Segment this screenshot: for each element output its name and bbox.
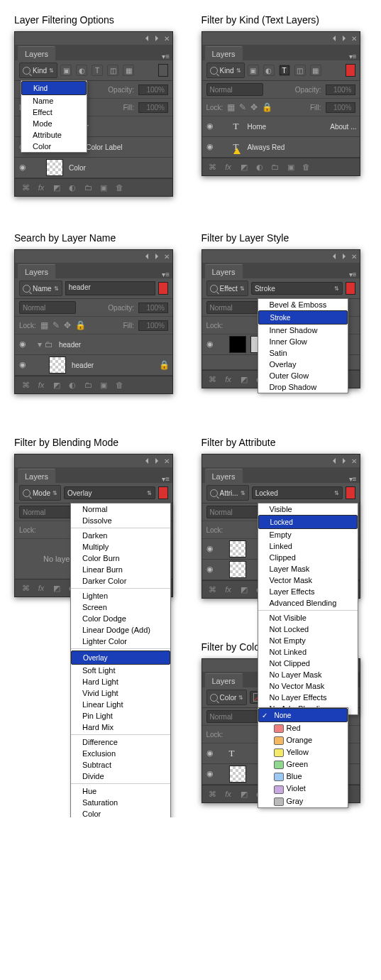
lock-move-icon[interactable]: ✥ — [64, 320, 71, 330]
filter-type-select[interactable]: Effect⇅ — [206, 281, 248, 296]
link-icon[interactable]: ⌘ — [208, 789, 218, 799]
kind-smart-icon[interactable]: ▦ — [310, 65, 321, 76]
fx-icon[interactable]: fx — [223, 789, 233, 799]
effect-dropdown[interactable]: Bevel & Emboss Stroke Inner Shadow Inner… — [258, 298, 348, 393]
dd-item[interactable]: Multiply — [71, 541, 170, 552]
visibility-icon[interactable]: ◉ — [205, 565, 215, 575]
collapse-right-icon[interactable] — [343, 254, 346, 259]
dd-item[interactable]: Linear Light — [71, 699, 170, 710]
dd-item[interactable]: Gray — [258, 795, 348, 807]
adjust-icon[interactable]: ◐ — [67, 183, 77, 192]
dd-item[interactable]: Not Visible — [258, 612, 358, 624]
lock-trans-icon[interactable]: ▦ — [40, 320, 48, 330]
kind-smart-icon[interactable]: ▦ — [123, 65, 134, 76]
lock-paint-icon[interactable]: ✎ — [239, 102, 246, 112]
kind-adjust-icon[interactable]: ◐ — [76, 65, 87, 76]
dd-item[interactable]: Visible — [258, 503, 358, 515]
dd-item[interactable]: Linked — [258, 540, 358, 552]
dd-item[interactable]: Not Clipped — [258, 658, 358, 669]
lock-trans-icon[interactable]: ▦ — [227, 102, 235, 112]
visibility-icon[interactable]: ◉ — [18, 163, 28, 173]
dd-item[interactable]: Subtract — [71, 759, 170, 771]
close-icon[interactable]: ✕ — [164, 35, 170, 43]
filter-type-select[interactable]: Attri...⇅ — [206, 485, 249, 501]
dd-item[interactable]: Darken — [71, 530, 170, 541]
visibility-icon[interactable]: ◉ — [18, 360, 28, 370]
kind-shape-icon[interactable]: ◫ — [107, 65, 118, 76]
dd-item[interactable]: Color — [21, 141, 87, 152]
dd-item[interactable]: Lighter Color — [71, 636, 170, 647]
collapse-left-icon[interactable] — [333, 458, 336, 464]
dd-item[interactable]: Vector Mask — [258, 575, 358, 586]
dd-item[interactable]: Pin Light — [71, 710, 170, 722]
dd-item[interactable]: No Vector Mask — [258, 680, 358, 692]
dd-item[interactable]: Attribute — [21, 129, 87, 141]
layer-row[interactable]: ◉header🔒 — [15, 355, 172, 376]
collapse-left-icon[interactable] — [333, 36, 336, 41]
mask-icon[interactable]: ◩ — [52, 380, 62, 390]
lock-move-icon[interactable]: ✥ — [250, 102, 258, 112]
filter-toggle[interactable] — [158, 486, 168, 499]
dd-item[interactable]: Normal — [71, 503, 170, 515]
blend-select[interactable]: Normal — [206, 506, 263, 518]
dd-item[interactable]: Lighten — [71, 590, 170, 601]
mask-icon[interactable]: ◩ — [239, 374, 249, 384]
collapse-left-icon[interactable] — [145, 458, 148, 464]
new-icon[interactable]: ▣ — [99, 183, 109, 192]
kind-type-icon[interactable]: T — [279, 65, 290, 76]
dd-item[interactable]: Hard Mix — [71, 722, 170, 733]
dd-item[interactable]: Darker Color — [71, 575, 170, 587]
dd-item[interactable]: Layer Effects — [258, 586, 358, 597]
dd-item[interactable]: Color — [71, 808, 170, 817]
mask-icon[interactable]: ◩ — [239, 162, 249, 172]
fx-icon[interactable]: fx — [223, 584, 233, 594]
dd-item[interactable]: Exclusion — [71, 748, 170, 759]
dd-item[interactable]: Vivid Light — [71, 687, 170, 699]
dd-item[interactable]: Kind — [21, 81, 87, 95]
group-icon[interactable]: 🗀 — [270, 162, 280, 172]
dd-item[interactable]: Drop Shadow — [258, 381, 348, 393]
close-icon[interactable]: ✕ — [351, 253, 357, 261]
panel-menu-icon[interactable]: ▾≡ — [349, 53, 357, 60]
mask-icon[interactable]: ◩ — [52, 183, 62, 192]
dd-item[interactable]: No Layer Effects — [258, 692, 358, 703]
mask-icon[interactable]: ◩ — [52, 583, 62, 593]
kind-pixel-icon[interactable]: ▣ — [60, 65, 72, 76]
kind-type-icon[interactable]: T — [92, 65, 103, 76]
close-icon[interactable]: ✕ — [351, 35, 357, 43]
fx-icon[interactable]: fx — [223, 162, 233, 172]
lock-all-icon[interactable]: 🔒 — [262, 102, 272, 112]
trash-icon[interactable]: 🗑 — [114, 380, 124, 390]
new-icon[interactable]: ▣ — [286, 162, 296, 172]
dd-item[interactable]: Not Linked — [258, 646, 358, 658]
mode-dropdown[interactable]: NormalDissolveDarkenMultiplyColor BurnLi… — [70, 503, 171, 817]
opacity-value[interactable]: 100% — [326, 85, 355, 95]
tab-layers[interactable]: Layers — [18, 46, 55, 60]
link-icon[interactable]: ⌘ — [21, 380, 31, 390]
link-icon[interactable]: ⌘ — [208, 374, 218, 384]
dd-item[interactable]: Linear Burn — [71, 564, 170, 575]
blend-select[interactable]: Normal — [206, 301, 263, 314]
link-icon[interactable]: ⌘ — [208, 162, 218, 172]
panel-menu-icon[interactable]: ▾≡ — [162, 53, 170, 60]
dd-item[interactable]: Orange — [258, 734, 348, 746]
close-icon[interactable]: ✕ — [164, 457, 170, 465]
filter-toggle[interactable] — [158, 282, 168, 295]
panel-menu-icon[interactable]: ▾≡ — [349, 271, 357, 278]
adjust-icon[interactable]: ◐ — [67, 380, 77, 390]
kind-adjust-icon[interactable]: ◐ — [263, 65, 275, 76]
fx-icon[interactable]: fx — [223, 374, 233, 384]
new-icon[interactable]: ▣ — [99, 380, 109, 390]
dd-item[interactable]: Violet — [258, 783, 348, 795]
filter-type-dropdown[interactable]: Kind Name Effect Mode Attribute Color — [21, 80, 87, 153]
collapse-right-icon[interactable] — [343, 36, 346, 41]
filter-toggle[interactable] — [346, 64, 355, 77]
dd-item[interactable]: Locked — [258, 515, 358, 529]
dd-item[interactable]: Divide — [71, 771, 170, 782]
dd-item[interactable]: Saturation — [71, 797, 170, 808]
filter-type-select[interactable]: Mode⇅ — [19, 485, 61, 501]
collapse-right-icon[interactable] — [155, 458, 158, 464]
dd-item[interactable]: Red — [258, 722, 348, 734]
filter-type-select[interactable]: Kind⇅ — [19, 62, 57, 78]
panel-menu-icon[interactable]: ▾≡ — [162, 271, 170, 278]
